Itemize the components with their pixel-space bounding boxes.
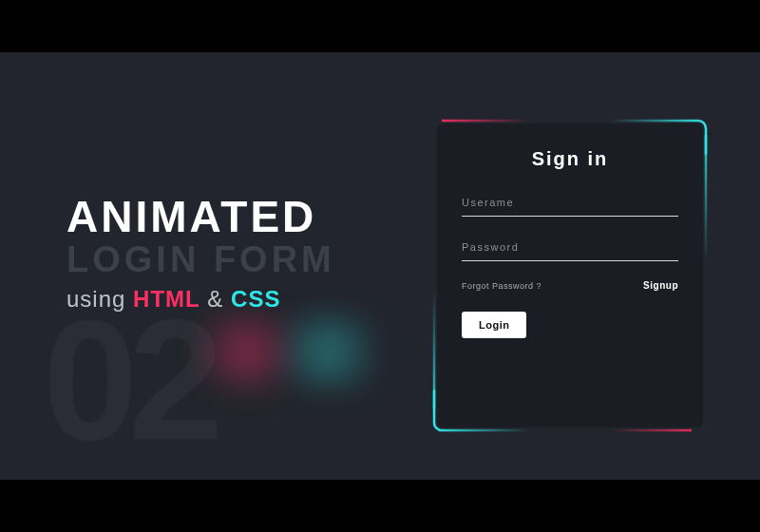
stage: 02 ANIMATED LOGIN FORM using HTML & CSS: [0, 52, 760, 480]
hero-line3-amp: &: [200, 286, 231, 312]
username-label: Userame: [462, 197, 678, 208]
hero-text: ANIMATED LOGIN FORM using HTML & CSS: [66, 195, 408, 313]
hero-line1: ANIMATED: [66, 195, 408, 238]
hero-line3: using HTML & CSS: [66, 286, 408, 313]
signup-link[interactable]: Signup: [643, 280, 678, 291]
letterbox-bottom: [0, 480, 760, 532]
letterbox-top: [0, 0, 760, 52]
login-button[interactable]: Login: [462, 312, 526, 338]
username-underline: [462, 216, 678, 217]
username-field[interactable]: Userame: [462, 197, 678, 217]
form-title: Sign in: [462, 148, 678, 170]
hero-line3-prefix: using: [66, 286, 133, 312]
password-label: Password: [462, 241, 678, 253]
forgot-password-link[interactable]: Forgot Password ?: [462, 281, 542, 291]
password-underline: [462, 260, 678, 261]
login-card: Sign in Userame Password Forgot Password…: [437, 124, 703, 428]
links-row: Forgot Password ? Signup: [462, 280, 678, 291]
hero-line3-html: HTML: [133, 286, 200, 312]
glow-cyan: [261, 314, 394, 390]
login-card-wrap: Sign in Userame Password Forgot Password…: [437, 124, 703, 428]
hero-line2: LOGIN FORM: [66, 240, 408, 280]
password-field[interactable]: Password: [462, 241, 678, 261]
hero-line3-css: CSS: [231, 286, 280, 312]
background-number: 02: [43, 294, 214, 466]
